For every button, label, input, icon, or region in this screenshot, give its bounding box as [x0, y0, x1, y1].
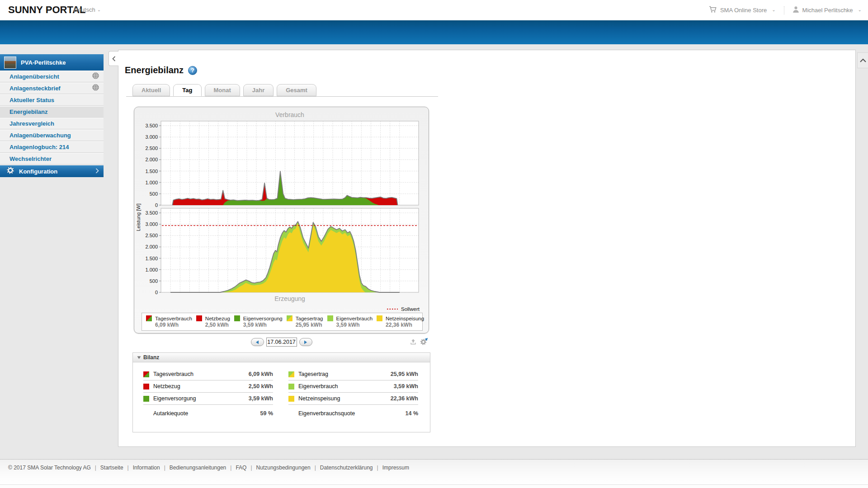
chart-settings-gear-icon[interactable] [420, 338, 428, 346]
svg-text:1.000: 1.000 [145, 267, 158, 272]
sidebar-item-konfiguration[interactable]: Konfiguration [0, 165, 104, 177]
sidebar-item-label: Anlagensteckbrief [9, 85, 92, 92]
legend-color-icon [146, 315, 152, 321]
bilanz-value: 3,59 kWh [249, 395, 273, 402]
tab-monat[interactable]: Monat [205, 84, 240, 96]
sidebar-item-6[interactable]: Anlagenüberwachung [0, 130, 104, 141]
bilanz-row: Autarkiequote59 % [143, 407, 273, 419]
legend-label: Netzeinspeisung [386, 316, 424, 321]
tab-jahr[interactable]: Jahr [243, 84, 274, 96]
bilanz-header[interactable]: Bilanz [133, 353, 430, 362]
footer-link-impressum[interactable]: Impressum [382, 465, 409, 471]
footer-separator: | [315, 465, 316, 471]
bottom-strip [0, 484, 868, 488]
date-input[interactable] [266, 338, 297, 347]
legend-label: Netzbezug [205, 316, 230, 321]
tab-bar: AktuellTagMonatJahrGesamt [126, 84, 438, 97]
previous-day-button[interactable] [251, 338, 264, 346]
bilanz-title: Bilanz [143, 354, 159, 361]
arrow-left-icon [255, 340, 259, 344]
legend-label: Eigenversorgung [243, 316, 283, 321]
bilanz-value: 6,09 kWh [249, 371, 273, 377]
bilanz-label: Netzbezug [153, 383, 249, 389]
next-day-button[interactable] [299, 338, 312, 346]
svg-text:1.500: 1.500 [145, 256, 158, 261]
user-menu[interactable]: Michael Perlitschke ⌄ [793, 6, 862, 14]
footer-link-startseite[interactable]: Startseite [100, 465, 123, 471]
online-store-label: SMA Online Store [720, 7, 767, 14]
scroll-to-top-button[interactable] [857, 52, 868, 68]
bilanz-row: Eigenverbrauchsquote14 % [288, 407, 418, 419]
bilanz-value: 25,95 kWh [391, 371, 418, 377]
user-icon [793, 6, 799, 14]
bilanz-row: Netzbezug2,50 kWh [143, 380, 273, 393]
legend-color-icon [377, 315, 382, 321]
footer-separator: | [164, 465, 165, 471]
footer-link-information[interactable]: Information [133, 465, 160, 471]
legend-label: Tagesverbrauch [155, 316, 192, 321]
export-icon[interactable] [409, 338, 417, 346]
bilanz-color-icon [288, 371, 294, 377]
svg-text:2.000: 2.000 [145, 244, 158, 249]
bilanz-label: Netzeinspeisung [298, 395, 391, 402]
bilanz-body: Tagesverbrauch6,09 kWhNetzbezug2,50 kWhE… [133, 362, 430, 419]
sidebar: PVA-Perlitschke AnlagenübersichtAnlagens… [0, 54, 104, 177]
footer-link-datenschutzerklrung[interactable]: Datenschutzerklärung [320, 465, 373, 471]
sidebar-item-4[interactable]: Energiebilanz [0, 106, 104, 117]
bilanz-value: 14 % [406, 410, 419, 417]
svg-text:500: 500 [150, 191, 158, 197]
tab-aktuell[interactable]: Aktuell [132, 84, 170, 96]
page-title: Energiebilanz [125, 65, 184, 75]
sidebar-item-label: Anlagenüberwachung [9, 132, 99, 139]
energy-chart-card: Leistung [W] 05001.0001.5002.0002.5003.0… [134, 107, 429, 333]
bilanz-panel: Bilanz Tagesverbrauch6,09 kWhNetzbezug2,… [132, 352, 430, 432]
online-store-link[interactable]: SMA Online Store ⌄ [709, 6, 776, 14]
footer-link-bedienungsanleitungen[interactable]: Bedienungsanleitungen [170, 465, 226, 471]
sidebar-item-3[interactable]: Aktueller Status [0, 94, 104, 106]
legend-entry: Tagesertrag25,95 kWh [283, 314, 323, 329]
sidebar-plant-header[interactable]: PVA-Perlitschke [0, 54, 104, 70]
collapse-sidebar-button[interactable] [108, 51, 118, 66]
bilanz-color-icon [143, 396, 149, 402]
bilanz-color-icon [143, 384, 149, 389]
legend-value: 6,09 kWh [155, 322, 192, 328]
tab-tag[interactable]: Tag [173, 84, 201, 96]
bilanz-value: 2,50 kWh [249, 383, 273, 389]
erzeugung-chart: 05001.0001.5002.0002.5003.0003.500Erzeug… [137, 206, 427, 311]
footer-link-nutzungsbedingungen[interactable]: Nutzungsbedingungen [256, 465, 311, 471]
legend-label: Tagesertrag [296, 316, 323, 321]
sidebar-item-7[interactable]: Anlagenlogbuch: 214 [0, 141, 104, 153]
language-selector[interactable]: Deutsch⌄ [74, 6, 101, 13]
sidebar-item-label: Anlagenübersicht [9, 73, 92, 80]
content-panel: Energiebilanz ? AktuellTagMonatJahrGesam… [118, 50, 856, 447]
main-nav-band [0, 20, 868, 44]
bilanz-row: Eigenversorgung3,59 kWh [143, 393, 273, 405]
svg-text:2.500: 2.500 [145, 145, 158, 151]
bilanz-row: Eigenverbrauch3,59 kWh [288, 380, 418, 393]
footer-separator: | [95, 465, 96, 471]
help-icon[interactable]: ? [188, 66, 197, 75]
svg-text:3.500: 3.500 [145, 210, 158, 216]
sidebar-item-5[interactable]: Jahresvergleich [0, 118, 104, 129]
legend-entry: Tagesverbrauch6,09 kWh [142, 314, 192, 329]
svg-text:1.000: 1.000 [145, 180, 158, 185]
chevron-left-icon [111, 56, 117, 62]
konfiguration-label: Konfiguration [19, 168, 91, 175]
legend-color-icon [327, 315, 333, 321]
sidebar-item-8[interactable]: Wechselrichter [0, 153, 104, 164]
legend-color-icon [234, 315, 240, 321]
sidebar-item-label: Jahresvergleich [9, 120, 99, 127]
chevron-up-icon [859, 58, 867, 63]
legend-value: 25,95 kWh [296, 322, 323, 328]
sidebar-item-1[interactable]: Anlagenübersicht [0, 71, 104, 82]
footer-link-faq[interactable]: FAQ [236, 465, 246, 471]
chevron-down-icon: ⌄ [772, 7, 775, 12]
sidebar-item-2[interactable]: Anlagensteckbrief [0, 83, 104, 94]
bilanz-label: Tagesverbrauch [153, 371, 249, 377]
sidebar-item-label: Anlagenlogbuch: 214 [9, 144, 99, 150]
top-bar: SUNNY PORTAL Deutsch⌄ SMA Online Store ⌄… [0, 0, 868, 20]
svg-text:Verbrauch: Verbrauch [275, 111, 304, 118]
legend-value: 2,50 kWh [205, 322, 230, 328]
legend-label: Eigenverbrauch [336, 316, 373, 321]
tab-gesamt[interactable]: Gesamt [277, 84, 316, 96]
